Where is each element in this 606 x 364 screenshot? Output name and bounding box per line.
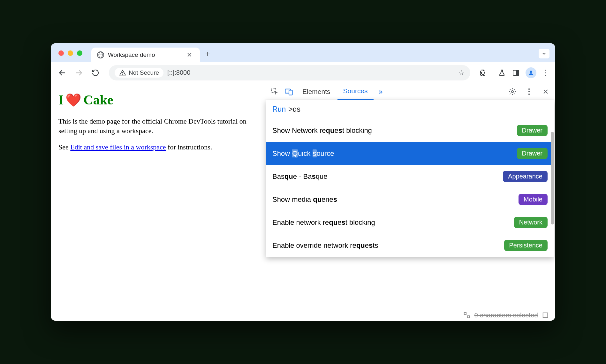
scrollbar[interactable] [550, 132, 554, 257]
svg-rect-19 [543, 313, 548, 318]
browser-window: Workspace demo ✕ + Not Secure [::]:8000 … [51, 43, 555, 321]
extensions-icon[interactable] [478, 68, 487, 77]
url-text: [::]:8000 [167, 69, 454, 76]
back-button[interactable] [57, 67, 68, 79]
minimize-window-button[interactable] [68, 50, 73, 56]
command-label: Show Network request blocking [272, 126, 372, 135]
command-label: Show media queries [272, 195, 337, 204]
command-prefix: Run [272, 105, 286, 114]
svg-point-14 [528, 93, 530, 95]
address-bar[interactable]: Not Secure [::]:8000 ☆ [109, 65, 470, 80]
command-list: Show Network request blockingDrawerShow … [266, 119, 554, 257]
settings-icon[interactable] [506, 85, 519, 98]
traffic-lights [56, 50, 91, 62]
side-panel-icon[interactable] [511, 68, 520, 77]
scrollbar-thumb[interactable] [551, 132, 554, 224]
command-badge: Drawer [517, 125, 548, 136]
status-footer: 9 characters selected [463, 311, 549, 319]
labs-icon[interactable] [497, 68, 506, 77]
close-window-button[interactable] [58, 50, 64, 56]
globe-icon [97, 51, 104, 58]
command-label: Enable override network requests [272, 241, 378, 250]
reload-button[interactable] [90, 67, 101, 79]
tab-sources[interactable]: Sources [337, 83, 374, 100]
command-query: >qs [288, 105, 300, 114]
devtools-menu-icon[interactable] [523, 85, 535, 98]
svg-rect-10 [289, 90, 292, 95]
see-post: for instructions. [166, 143, 212, 151]
devtools-panel: Elements Sources » Run [265, 83, 555, 321]
maximize-window-button[interactable] [77, 50, 82, 56]
tab-elements[interactable]: Elements [297, 83, 336, 100]
toolbar-divider [492, 68, 492, 78]
security-label: Not Secure [129, 69, 159, 76]
tab-close-button[interactable]: ✕ [185, 51, 194, 59]
command-item[interactable]: Basque - BasqueAppearance [266, 165, 554, 188]
rendered-page: I ❤️ Cake This is the demo page for the … [51, 83, 265, 321]
svg-point-11 [511, 90, 514, 93]
footer-text: 9 characters selected [474, 311, 538, 319]
command-item[interactable]: Enable override network requestsPersiste… [266, 234, 554, 257]
devtools-tabbar: Elements Sources » [265, 83, 555, 100]
browser-menu-button[interactable]: ⋯ [541, 69, 550, 77]
bookmark-icon[interactable]: ☆ [458, 69, 465, 77]
page-see-paragraph: See Edit and save files in a workspace f… [58, 142, 257, 152]
command-badge: Network [514, 217, 548, 228]
browser-tab[interactable]: Workspace demo ✕ [91, 48, 200, 62]
warning-icon [119, 69, 126, 76]
command-item[interactable]: Show Network request blockingDrawer [266, 119, 554, 142]
command-label: Enable network request blocking [272, 218, 375, 227]
inspect-element-icon[interactable] [269, 85, 281, 98]
more-tabs-button[interactable]: » [375, 87, 387, 96]
see-pre: See [58, 143, 70, 151]
command-badge: Drawer [517, 148, 548, 159]
svg-point-13 [528, 91, 530, 92]
new-tab-button[interactable]: + [200, 49, 215, 62]
titlebar: Workspace demo ✕ + [51, 43, 555, 62]
close-devtools-button[interactable] [539, 85, 552, 98]
command-item[interactable]: Show Quick sourceDrawer [266, 142, 554, 165]
tabs-dropdown-button[interactable] [539, 49, 549, 58]
command-item[interactable]: Enable network request blockingNetwork [266, 211, 554, 234]
command-menu: Run >qs Show Network request blockingDra… [266, 100, 554, 257]
command-badge: Mobile [519, 194, 548, 205]
svg-point-7 [530, 71, 532, 73]
command-badge: Appearance [503, 171, 548, 182]
page-paragraph: This is the demo page for the official C… [58, 117, 257, 135]
heading-pre: I [58, 92, 64, 108]
forward-button[interactable] [73, 67, 85, 79]
svg-rect-18 [467, 316, 469, 318]
command-item[interactable]: Show media queriesMobile [266, 188, 554, 211]
tab-title: Workspace demo [108, 51, 181, 58]
heading-post: Cake [83, 92, 113, 108]
content-area: I ❤️ Cake This is the demo page for the … [51, 83, 555, 321]
command-label: Show Quick source [272, 149, 334, 158]
page-heading: I ❤️ Cake [58, 92, 257, 108]
svg-rect-17 [464, 313, 466, 315]
profile-avatar[interactable] [526, 67, 536, 78]
device-toolbar-icon[interactable] [283, 85, 295, 98]
command-label: Basque - Basque [272, 172, 327, 181]
svg-point-3 [123, 74, 123, 74]
svg-rect-6 [517, 70, 519, 75]
security-indicator[interactable]: Not Secure [115, 68, 163, 78]
command-badge: Persistence [504, 240, 548, 251]
svg-point-12 [528, 88, 530, 89]
command-input[interactable]: Run >qs [266, 100, 554, 119]
heart-icon: ❤️ [65, 93, 81, 108]
workspace-link[interactable]: Edit and save files in a workspace [70, 143, 166, 151]
toolbar: Not Secure [::]:8000 ☆ ⋯ [51, 62, 555, 83]
